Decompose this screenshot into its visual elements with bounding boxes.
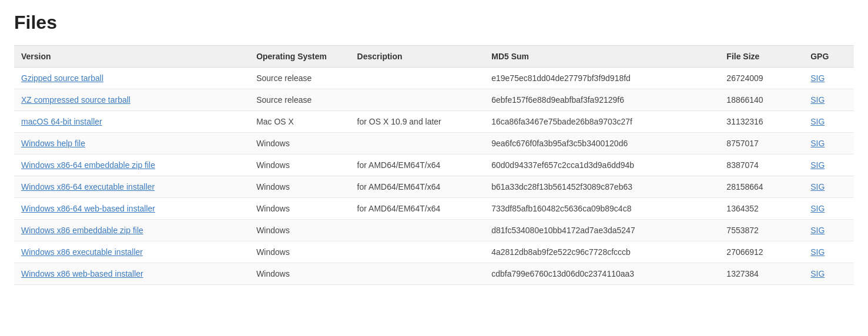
- md5-cell: d81fc534080e10bb4172ad7ae3da5247: [484, 220, 719, 241]
- file-link[interactable]: XZ compressed source tarball: [21, 95, 130, 105]
- os-cell: Windows: [249, 241, 350, 263]
- sig-link[interactable]: SIG: [810, 182, 825, 191]
- file-link[interactable]: Windows x86-64 embeddable zip file: [21, 160, 155, 170]
- table-header-row: Version Operating System Description MD5…: [14, 46, 854, 68]
- description-cell: [350, 263, 485, 285]
- header-description: Description: [350, 46, 485, 68]
- filesize-cell: 8757017: [719, 133, 803, 154]
- table-row: Gzipped source tarballSource releasee19e…: [14, 68, 854, 89]
- sig-link[interactable]: SIG: [810, 226, 825, 235]
- description-cell: [350, 241, 485, 263]
- filesize-cell: 1364352: [719, 198, 803, 220]
- description-cell: [350, 68, 485, 89]
- os-cell: Mac OS X: [249, 111, 350, 133]
- header-version: Version: [14, 46, 249, 68]
- sig-link[interactable]: SIG: [810, 73, 825, 83]
- os-cell: Source release: [249, 68, 350, 89]
- os-cell: Windows: [249, 154, 350, 176]
- table-row: Windows x86-64 embeddable zip fileWindow…: [14, 154, 854, 176]
- os-cell: Windows: [249, 263, 350, 285]
- description-cell: [350, 133, 485, 154]
- md5-cell: 9ea6fc676f0fa3b95af3c5b3400120d6: [484, 133, 719, 154]
- files-table: Version Operating System Description MD5…: [14, 45, 854, 285]
- description-cell: for AMD64/EM64T/x64: [350, 154, 485, 176]
- md5-cell: 6ebfe157f6e88d9eabfbaf3fa92129f6: [484, 89, 719, 111]
- header-os: Operating System: [249, 46, 350, 68]
- page-title: Files: [14, 12, 854, 33]
- sig-link[interactable]: SIG: [810, 204, 825, 213]
- file-link[interactable]: Windows x86 embeddable zip file: [21, 226, 143, 235]
- file-link[interactable]: Windows help file: [21, 139, 85, 148]
- file-link[interactable]: Gzipped source tarball: [21, 73, 103, 83]
- md5-cell: b61a33dc28f13b561452f3089c87eb63: [484, 176, 719, 198]
- file-link[interactable]: Windows x86-64 web-based installer: [21, 204, 155, 213]
- filesize-cell: 18866140: [719, 89, 803, 111]
- file-link[interactable]: Windows x86 executable installer: [21, 247, 143, 257]
- table-row: Windows x86-64 executable installerWindo…: [14, 176, 854, 198]
- filesize-cell: 27066912: [719, 241, 803, 263]
- table-row: Windows x86-64 web-based installerWindow…: [14, 198, 854, 220]
- filesize-cell: 26724009: [719, 68, 803, 89]
- file-link[interactable]: Windows x86-64 executable installer: [21, 182, 155, 191]
- filesize-cell: 31132316: [719, 111, 803, 133]
- sig-link[interactable]: SIG: [810, 269, 825, 278]
- filesize-cell: 1327384: [719, 263, 803, 285]
- description-cell: for AMD64/EM64T/x64: [350, 198, 485, 220]
- os-cell: Windows: [249, 198, 350, 220]
- filesize-cell: 7553872: [719, 220, 803, 241]
- os-cell: Source release: [249, 89, 350, 111]
- md5-cell: 733df85afb160482c5636ca09b89c4c8: [484, 198, 719, 220]
- md5-cell: cdbfa799e6760c13d06d0c2374110aa3: [484, 263, 719, 285]
- header-gpg: GPG: [803, 46, 854, 68]
- sig-link[interactable]: SIG: [810, 117, 825, 126]
- description-cell: for OS X 10.9 and later: [350, 111, 485, 133]
- file-link[interactable]: Windows x86 web-based installer: [21, 269, 143, 278]
- md5-cell: 60d0d94337ef657c2cca1d3d9a6dd94b: [484, 154, 719, 176]
- filesize-cell: 8387074: [719, 154, 803, 176]
- description-cell: for AMD64/EM64T/x64: [350, 176, 485, 198]
- sig-link[interactable]: SIG: [810, 160, 825, 170]
- md5-cell: 4a2812db8ab9f2e522c96c7728cfcccb: [484, 241, 719, 263]
- filesize-cell: 28158664: [719, 176, 803, 198]
- table-row: macOS 64-bit installerMac OS Xfor OS X 1…: [14, 111, 854, 133]
- os-cell: Windows: [249, 220, 350, 241]
- table-row: Windows x86 embeddable zip fileWindowsd8…: [14, 220, 854, 241]
- description-cell: [350, 220, 485, 241]
- table-row: Windows x86 web-based installerWindowscd…: [14, 263, 854, 285]
- sig-link[interactable]: SIG: [810, 95, 825, 105]
- file-link[interactable]: macOS 64-bit installer: [21, 117, 102, 126]
- os-cell: Windows: [249, 176, 350, 198]
- sig-link[interactable]: SIG: [810, 247, 825, 257]
- table-row: XZ compressed source tarballSource relea…: [14, 89, 854, 111]
- table-row: Windows help fileWindows9ea6fc676f0fa3b9…: [14, 133, 854, 154]
- header-filesize: File Size: [719, 46, 803, 68]
- header-md5: MD5 Sum: [484, 46, 719, 68]
- sig-link[interactable]: SIG: [810, 139, 825, 148]
- os-cell: Windows: [249, 133, 350, 154]
- table-row: Windows x86 executable installerWindows4…: [14, 241, 854, 263]
- md5-cell: 16ca86fa3467e75bade26b8a9703c27f: [484, 111, 719, 133]
- description-cell: [350, 89, 485, 111]
- md5-cell: e19e75ec81dd04de27797bf3f9d918fd: [484, 68, 719, 89]
